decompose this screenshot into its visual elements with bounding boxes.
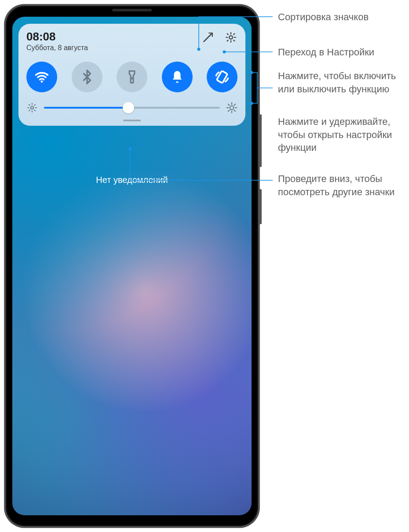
- toggle-autorotate[interactable]: [207, 62, 237, 92]
- toggle-wifi[interactable]: [26, 62, 57, 92]
- callout-edit: Сортировка значков: [278, 11, 369, 24]
- phone-screen: 08:08 Суббота, 8 августа: [12, 17, 252, 515]
- no-notifications-label: Нет уведомлений: [12, 175, 252, 185]
- brightness-slider[interactable]: [44, 102, 220, 113]
- svg-line-21: [234, 104, 235, 106]
- toggle-bluetooth[interactable]: [72, 62, 102, 92]
- svg-point-0: [229, 36, 233, 39]
- svg-line-9: [29, 105, 30, 106]
- phone-frame: 08:08 Суббота, 8 августа: [4, 4, 259, 528]
- svg-line-18: [228, 104, 230, 106]
- status-time: 08:08: [26, 31, 201, 42]
- edit-icon[interactable]: [201, 31, 215, 44]
- brightness-high-icon: [226, 102, 237, 113]
- callout-swipe-down: Проведите вниз, чтобы посмотреть другие …: [278, 172, 405, 198]
- svg-line-10: [34, 110, 35, 111]
- callout-long-press: Нажмите и удерживайте, чтобы открыть нас…: [278, 115, 405, 154]
- drag-handle[interactable]: [123, 120, 141, 121]
- phone-speaker: [112, 9, 152, 11]
- quick-settings-panel: 08:08 Суббота, 8 августа: [18, 24, 245, 126]
- callout-settings: Переход в Настройки: [278, 46, 374, 59]
- brightness-low-icon: [26, 102, 38, 113]
- svg-point-4: [31, 106, 34, 109]
- callout-tap-toggle: Нажмите, чтобы включить или выключить фу…: [278, 69, 405, 95]
- svg-line-12: [34, 105, 35, 106]
- svg-point-13: [230, 106, 234, 110]
- toggle-flashlight[interactable]: [117, 62, 147, 92]
- svg-line-20: [228, 110, 230, 111]
- toggle-sound[interactable]: [162, 62, 193, 92]
- gear-icon[interactable]: [224, 31, 237, 44]
- svg-line-11: [29, 110, 30, 111]
- svg-line-19: [234, 110, 235, 111]
- diagram-stage: 08:08 Суббота, 8 августа: [0, 0, 409, 532]
- status-date: Суббота, 8 августа: [26, 44, 201, 52]
- svg-point-1: [41, 80, 43, 83]
